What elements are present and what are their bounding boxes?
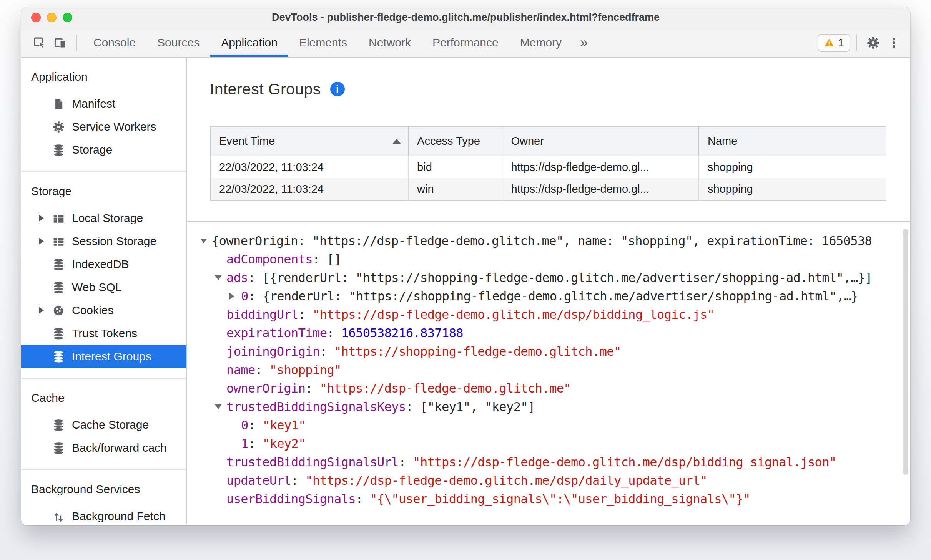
tab-memory[interactable]: Memory bbox=[509, 28, 572, 57]
tree-line[interactable]: ads: [{renderUrl: "https://shopping-fled… bbox=[200, 268, 910, 287]
sidebar-item-label: IndexedDB bbox=[72, 258, 129, 271]
column-header-name[interactable]: Name bbox=[699, 126, 886, 156]
json-preview-text: : {renderUrl: "https://shopping-fledge-d… bbox=[248, 289, 858, 303]
sidebar-item-label: Interest Groups bbox=[72, 350, 151, 363]
interest-group-details-tree: {ownerOrigin: "https://dsp-fledge-demo.g… bbox=[187, 222, 910, 508]
toolbar-separator bbox=[76, 35, 77, 51]
settings-button[interactable] bbox=[863, 31, 883, 54]
json-preview-text: : bbox=[327, 326, 341, 340]
sidebar-item-cache-storage[interactable]: Cache Storage bbox=[21, 413, 186, 436]
column-header-owner[interactable]: Owner bbox=[502, 126, 699, 156]
minimize-window-button[interactable] bbox=[47, 13, 57, 22]
close-window-button[interactable] bbox=[31, 13, 41, 22]
sidebar-item-interest-groups[interactable]: Interest Groups bbox=[21, 345, 186, 368]
tree-line[interactable]: adComponents: [] bbox=[200, 250, 910, 268]
tab-elements[interactable]: Elements bbox=[288, 28, 358, 57]
more-options-button[interactable] bbox=[883, 31, 904, 54]
collapse-arrow-icon[interactable] bbox=[215, 404, 226, 409]
tree-line[interactable]: trustedBiddingSignalsUrl: "https://dsp-f… bbox=[200, 453, 910, 471]
sidebar-item-local-storage[interactable]: Local Storage bbox=[21, 207, 186, 230]
tree-line[interactable]: expirationTime: 1650538216.837188 bbox=[200, 324, 910, 342]
expand-arrow-icon[interactable] bbox=[38, 215, 53, 222]
sidebar-item-manifest[interactable]: Manifest bbox=[21, 92, 186, 115]
json-string-value: "https://dsp-fledge-demo.glitch.me/dsp/b… bbox=[313, 307, 714, 322]
sidebar-item-storage[interactable]: Storage bbox=[21, 138, 186, 161]
sidebar-item-background-fetch[interactable]: Background Fetch bbox=[21, 505, 186, 524]
fetch-icon bbox=[53, 510, 65, 522]
tree-line[interactable]: joiningOrigin: "https://shopping-fledge-… bbox=[200, 342, 910, 361]
sidebar-item-cookies[interactable]: Cookies bbox=[21, 299, 186, 322]
json-preview-text: : bbox=[356, 492, 370, 506]
database-icon bbox=[53, 144, 65, 156]
grid-icon bbox=[53, 212, 65, 224]
cookie-icon bbox=[53, 305, 65, 316]
json-key: userBiddingSignals bbox=[226, 492, 356, 506]
expand-arrow-icon[interactable] bbox=[38, 307, 53, 314]
tab-console[interactable]: Console bbox=[83, 28, 146, 57]
table-cell: win bbox=[408, 178, 502, 200]
inspect-element-button[interactable] bbox=[29, 31, 50, 54]
column-header-event-time[interactable]: Event Time bbox=[210, 126, 408, 156]
vertical-scrollbar[interactable] bbox=[903, 229, 908, 475]
page-title: Interest Groups bbox=[210, 79, 321, 99]
tree-line[interactable]: ownerOrigin: "https://dsp-fledge-demo.gl… bbox=[200, 379, 910, 398]
tree-line[interactable]: trustedBiddingSignalsKeys: ["key1", "key… bbox=[200, 398, 910, 416]
tree-line[interactable]: {ownerOrigin: "https://dsp-fledge-demo.g… bbox=[200, 232, 910, 250]
tab-performance[interactable]: Performance bbox=[422, 28, 509, 57]
devtools-toolbar: ConsoleSourcesApplicationElementsNetwork… bbox=[21, 28, 910, 58]
sidebar-item-trust-tokens[interactable]: Trust Tokens bbox=[21, 322, 186, 345]
tree-line[interactable]: 0: {renderUrl: "https://shopping-fledge-… bbox=[200, 287, 910, 305]
sidebar-section-cache: CacheCache StorageBack/forward cach bbox=[21, 378, 186, 469]
grid-icon bbox=[53, 235, 65, 247]
tree-line[interactable]: userBiddingSignals: "{\"user_bidding_sig… bbox=[200, 490, 910, 508]
inspect-cursor-icon bbox=[33, 36, 46, 49]
info-icon[interactable]: i bbox=[330, 82, 345, 96]
table-cell: shopping bbox=[699, 156, 886, 178]
column-header-access-type[interactable]: Access Type bbox=[408, 126, 502, 156]
json-key: 0 bbox=[241, 289, 248, 303]
zoom-window-button[interactable] bbox=[63, 13, 72, 22]
tree-line[interactable]: 1: "key2" bbox=[200, 434, 910, 453]
expand-arrow-icon[interactable] bbox=[229, 293, 241, 300]
json-preview-text: : bbox=[305, 381, 319, 396]
desktop-background: DevTools - publisher-fledge-demo.glitch.… bbox=[0, 0, 931, 560]
sidebar-section-background-services: Background ServicesBackground Fetch bbox=[21, 469, 186, 524]
tree-line[interactable]: updateUrl: "https://dsp-fledge-demo.glit… bbox=[200, 471, 910, 490]
json-string-value: "{\"user_bidding_signals\":\"user_biddin… bbox=[370, 492, 750, 506]
tab-sources[interactable]: Sources bbox=[146, 28, 210, 57]
collapse-arrow-icon[interactable] bbox=[215, 275, 226, 280]
database-icon bbox=[53, 442, 65, 454]
sidebar-section-title: Application bbox=[21, 65, 186, 89]
sidebar-item-service-workers[interactable]: Service Workers bbox=[21, 115, 186, 138]
sidebar-item-label: Session Storage bbox=[72, 235, 156, 248]
more-tabs-button[interactable]: » bbox=[572, 28, 595, 57]
json-key: adComponents bbox=[226, 252, 313, 267]
tree-line[interactable]: 0: "key1" bbox=[200, 416, 910, 434]
json-key: ownerOrigin bbox=[226, 381, 305, 396]
expand-arrow-icon[interactable] bbox=[38, 238, 53, 245]
issues-badge[interactable]: 1 bbox=[818, 34, 850, 52]
tab-application[interactable]: Application bbox=[210, 28, 288, 57]
toggle-device-toolbar-button[interactable] bbox=[50, 31, 70, 54]
tab-network[interactable]: Network bbox=[358, 28, 422, 57]
sidebar-item-session-storage[interactable]: Session Storage bbox=[21, 230, 186, 253]
table-row[interactable]: 22/03/2022, 11:03:24winhttps://dsp-fledg… bbox=[210, 178, 886, 200]
json-key: trustedBiddingSignalsKeys bbox=[226, 399, 406, 414]
sidebar-item-indexeddb[interactable]: IndexedDB bbox=[21, 253, 186, 276]
json-preview-text: : bbox=[248, 418, 263, 432]
title-bar: DevTools - publisher-fledge-demo.glitch.… bbox=[21, 7, 910, 28]
table-row[interactable]: 22/03/2022, 11:03:24bidhttps://dsp-fledg… bbox=[210, 156, 886, 178]
sidebar-item-web-sql[interactable]: Web SQL bbox=[21, 276, 186, 299]
sidebar-item-back-forward-cach[interactable]: Back/forward cach bbox=[21, 436, 186, 459]
database-icon bbox=[53, 328, 65, 340]
sort-ascending-icon bbox=[392, 139, 401, 144]
tree-line[interactable]: biddingUrl: "https://dsp-fledge-demo.gli… bbox=[200, 305, 910, 324]
database-icon bbox=[53, 419, 65, 431]
device-toolbar-icon bbox=[54, 36, 66, 49]
json-preview-text: : [{renderUrl: "https://shopping-fledge-… bbox=[248, 270, 872, 285]
collapse-arrow-icon[interactable] bbox=[200, 239, 212, 243]
window-controls bbox=[21, 13, 72, 22]
sidebar-item-label: Back/forward cach bbox=[72, 441, 167, 454]
panel-header: Interest Groups i bbox=[210, 79, 910, 99]
tree-line[interactable]: name: "shopping" bbox=[200, 361, 910, 379]
